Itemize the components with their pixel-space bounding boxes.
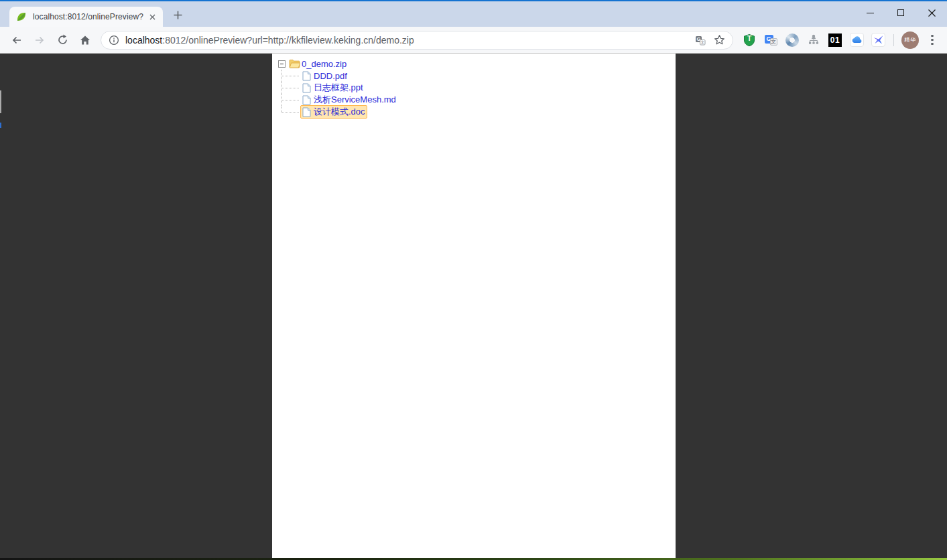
- tab-close-icon[interactable]: [147, 11, 158, 23]
- extension-swirl[interactable]: [784, 32, 800, 48]
- page-info-icon[interactable]: [109, 35, 119, 46]
- close-icon: [928, 9, 936, 17]
- reload-button[interactable]: [53, 31, 72, 50]
- url-host: localhost: [125, 35, 162, 46]
- new-tab-button[interactable]: [168, 5, 187, 24]
- browser-toolbar: localhost:8012/onlinePreview?url=http://…: [0, 27, 947, 54]
- extension-sitemap[interactable]: [806, 32, 822, 48]
- home-icon: [79, 34, 91, 46]
- back-button[interactable]: [7, 31, 26, 50]
- tree-node-file-selected[interactable]: 设计模式.doc: [300, 105, 367, 119]
- tree-node-root[interactable]: 0_demo.zip: [288, 58, 349, 70]
- tree-child-row: DDD.pdf: [278, 70, 676, 82]
- tree-connector: [278, 106, 300, 118]
- back-arrow-icon: [11, 34, 23, 46]
- file-icon: [301, 107, 312, 117]
- bookmark-star-icon[interactable]: [712, 33, 726, 47]
- tree-connector: [278, 94, 300, 106]
- tab-title: localhost:8012/onlinePreview?: [33, 12, 144, 21]
- extension-binary-01[interactable]: 01: [827, 32, 843, 48]
- forward-arrow-icon: [34, 34, 46, 46]
- home-button[interactable]: [76, 31, 94, 50]
- svg-text:文: 文: [700, 40, 704, 44]
- tree-child-row: 日志框架.ppt: [278, 82, 676, 94]
- tree-root-row: 0_demo.zip: [278, 58, 676, 70]
- profile-avatar[interactable]: 精华: [901, 31, 919, 49]
- extension-google-translate[interactable]: G 文: [763, 32, 779, 48]
- browser-menu-button[interactable]: [924, 32, 940, 48]
- file-icon: [301, 70, 312, 81]
- file-icon: [301, 94, 312, 105]
- tree-node-label: 日志框架.ppt: [314, 82, 363, 94]
- url-path: :8012/onlinePreview?url=http://kkfilevie…: [162, 35, 414, 46]
- tree-node-file[interactable]: 日志框架.ppt: [300, 81, 365, 94]
- google-translate-icon: G 文: [764, 33, 778, 46]
- background-window-artifact: [0, 123, 1, 128]
- tree-node-label: 设计模式.doc: [314, 106, 365, 118]
- collapse-toggle-icon[interactable]: [278, 60, 286, 68]
- omnibox[interactable]: localhost:8012/onlinePreview?url=http://…: [101, 31, 733, 50]
- tree-connector: [278, 70, 300, 82]
- url-text[interactable]: localhost:8012/onlinePreview?url=http://…: [125, 35, 688, 46]
- page-content: 0_demo.zip DDD.pdf: [0, 54, 947, 558]
- file-icon: [301, 82, 312, 93]
- browser-window: localhost:8012/onlinePreview?: [0, 0, 947, 560]
- minimize-button[interactable]: [855, 1, 885, 24]
- extension-bird[interactable]: [870, 32, 886, 48]
- tree-connector: [278, 82, 300, 94]
- extension-green-shield[interactable]: T: [741, 32, 757, 48]
- spring-leaf-icon: [16, 11, 27, 22]
- maximize-icon: [897, 9, 904, 16]
- extension-cloud[interactable]: [848, 32, 865, 48]
- blue-cloud-icon: [850, 33, 864, 47]
- tree-node-label: 浅析ServiceMesh.md: [314, 94, 396, 106]
- browser-tab[interactable]: localhost:8012/onlinePreview?: [9, 7, 163, 27]
- tree-node-label: DDD.pdf: [314, 71, 347, 81]
- tree-node-file[interactable]: DDD.pdf: [300, 70, 349, 82]
- tree-node-label: 0_demo.zip: [302, 59, 346, 69]
- tab-strip: localhost:8012/onlinePreview?: [0, 1, 947, 27]
- shield-glyph: T: [743, 34, 756, 42]
- zip-file-tree: 0_demo.zip DDD.pdf: [272, 54, 676, 118]
- forward-button[interactable]: [30, 31, 49, 50]
- blue-bird-icon: [871, 33, 885, 47]
- google-translate-page-icon[interactable]: G 文: [694, 33, 707, 47]
- close-button[interactable]: [916, 1, 947, 24]
- green-shield-icon: T: [743, 33, 756, 47]
- maximize-button[interactable]: [885, 1, 916, 24]
- open-folder-icon: [289, 58, 300, 69]
- swirl-ring-icon: [785, 33, 799, 47]
- window-controls: [855, 1, 947, 24]
- tree-node-file[interactable]: 浅析ServiceMesh.md: [300, 93, 398, 107]
- tree-child-row: 设计模式.doc: [278, 106, 676, 118]
- binary-01-icon: 01: [828, 33, 842, 47]
- background-window-artifact: [0, 90, 1, 113]
- tree-child-row: 浅析ServiceMesh.md: [278, 94, 676, 106]
- preview-panel: 0_demo.zip DDD.pdf: [272, 54, 676, 558]
- reload-icon: [57, 34, 68, 46]
- sitemap-icon: [807, 33, 820, 47]
- toolbar-separator: [893, 34, 894, 46]
- minimize-icon: [867, 13, 874, 13]
